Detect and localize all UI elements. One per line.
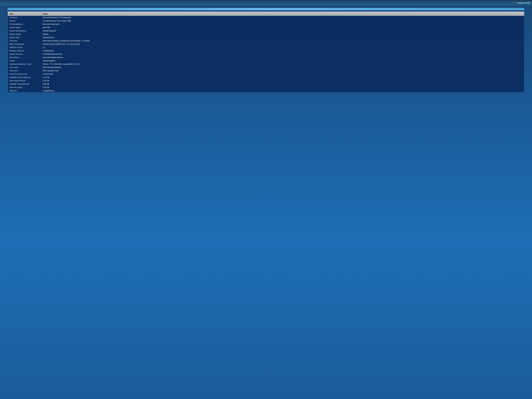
table-cell-value: x86 Family 6 Model 13 Stepping 8 Genuine… (41, 39, 524, 43)
table-row: Hardware Abstraction LayerVersion = "5.1… (8, 62, 524, 66)
table-row: Page File Space5,79 GB (8, 86, 524, 89)
table-row: Total Physical Memory2.048,00 MB (8, 72, 524, 76)
screen-body: Item Value OS NameMicrosoft Windows XP P… (0, 5, 532, 399)
table-cell-item: SMBIOS Version (8, 46, 41, 49)
table-cell-item: Boot Device (8, 56, 41, 59)
table-cell-value: 2,00 GB (41, 79, 524, 82)
table-row: User NameMASTER\Administrator (8, 66, 524, 69)
table-row: Version5.1.2600 Service Pack 3 Build 260… (8, 19, 524, 23)
table-row: Available Virtual Memory1,96 GB (8, 82, 524, 86)
table-cell-value: United Kingdom (41, 59, 524, 62)
table-cell-value: MASTER\Administrator (41, 66, 524, 69)
table-cell-item: Windows Directory (8, 49, 41, 52)
table-row: Boot Device\Device\HarddiskVolume1 (8, 56, 524, 59)
table-cell-value: X86-based PC (41, 36, 524, 39)
table-cell-item: Page File (8, 89, 41, 92)
table-row: OS ManufacturerMicrosoft Corporation (8, 23, 524, 26)
table-row: System NameMASTER (8, 26, 524, 29)
table-cell-value: C:\pagefile.sys (41, 89, 524, 92)
table-cell-item: Available Virtual Memory (8, 82, 41, 86)
table-row: OS NameMicrosoft Windows XP Professional (8, 16, 524, 19)
table-row: LocaleUnited Kingdom (8, 59, 524, 62)
taskbar-icon (513, 1, 516, 4)
table-cell-value: MASTER (41, 26, 524, 29)
table-cell-item: Total Virtual Memory (8, 79, 41, 82)
table-row: Page FileC:\pagefile.sys (8, 89, 524, 92)
table-cell-value: Hewlett-Packard 68DTD Ver. F.13, 20-04-2… (41, 43, 524, 46)
table-cell-value: Version = "5.1.2600.5512 (xpsp.080413-21… (41, 62, 524, 66)
table-row: System DirectoryC:\WINDOWS\system32 (8, 52, 524, 56)
table-row: Total Virtual Memory2,00 GB (8, 79, 524, 82)
window-title: Compaq nc6120 (517, 2, 530, 4)
table-cell-value: DAU00_ (41, 32, 524, 36)
table-cell-value: 5,79 GB (41, 86, 524, 89)
table-cell-value: C:\WINDOWS\system32 (41, 52, 524, 56)
screen-outer: Compaq nc6120 Item Value OS NameMicrosof… (0, 0, 532, 399)
col-header-item: Item (8, 12, 41, 16)
table-header-row: Item Value (8, 12, 524, 16)
table-cell-value: Hewlett-Packard (41, 29, 524, 32)
table-cell-item: Processor (8, 39, 41, 43)
table-cell-value: GMT Standard Time (41, 69, 524, 72)
table-cell-item: OS Manufacturer (8, 23, 41, 26)
table-cell-item: System Type (8, 36, 41, 39)
blue-bar (8, 8, 524, 10)
table-cell-item: Hardware Abstraction Layer (8, 62, 41, 66)
table-row: Windows DirectoryC:\WINDOWS (8, 49, 524, 52)
table-row: System ModelDAU00_ (8, 32, 524, 36)
table-cell-item: Locale (8, 59, 41, 62)
table-cell-item: System Manufacturer (8, 29, 41, 32)
table-cell-value: 1,52 GB (41, 76, 524, 79)
table-cell-value: 1,96 GB (41, 82, 524, 86)
table-cell-item: BIOS Version/Date (8, 43, 41, 46)
table-row: Processorx86 Family 6 Model 13 Stepping … (8, 39, 524, 43)
table-cell-item: Version (8, 19, 41, 23)
table-cell-item: System Name (8, 26, 41, 29)
table-row: SMBIOS Version2.3 (8, 46, 524, 49)
info-table: Item Value OS NameMicrosoft Windows XP P… (8, 12, 524, 92)
table-cell-item: Total Physical Memory (8, 72, 41, 76)
table-cell-value: \Device\HarddiskVolume1 (41, 56, 524, 59)
table-cell-value: C:\WINDOWS (41, 49, 524, 52)
table-row: System TypeX86-based PC (8, 36, 524, 39)
table-cell-item: System Model (8, 32, 41, 36)
system-info-container: Item Value OS NameMicrosoft Windows XP P… (8, 12, 524, 92)
table-cell-item: OS Name (8, 16, 41, 19)
table-row: System ManufacturerHewlett-Packard (8, 29, 524, 32)
table-row: Time ZoneGMT Standard Time (8, 69, 524, 72)
table-cell-item: System Directory (8, 52, 41, 56)
taskbar-top: Compaq nc6120 (0, 0, 532, 5)
col-header-value: Value (41, 12, 524, 16)
table-cell-value: Microsoft Corporation (41, 23, 524, 26)
table-cell-item: Page File Space (8, 86, 41, 89)
table-row: Available Physical Memory1,52 GB (8, 76, 524, 79)
table-cell-value: 5.1.2600 Service Pack 3 Build 2600 (41, 19, 524, 23)
table-cell-item: User Name (8, 66, 41, 69)
table-row: BIOS Version/DateHewlett-Packard 68DTD V… (8, 43, 524, 46)
table-cell-value: Microsoft Windows XP Professional (41, 16, 524, 19)
table-cell-item: Available Physical Memory (8, 76, 41, 79)
table-cell-item: Time Zone (8, 69, 41, 72)
table-cell-value: 2.048,00 MB (41, 72, 524, 76)
table-cell-value: 2.3 (41, 46, 524, 49)
